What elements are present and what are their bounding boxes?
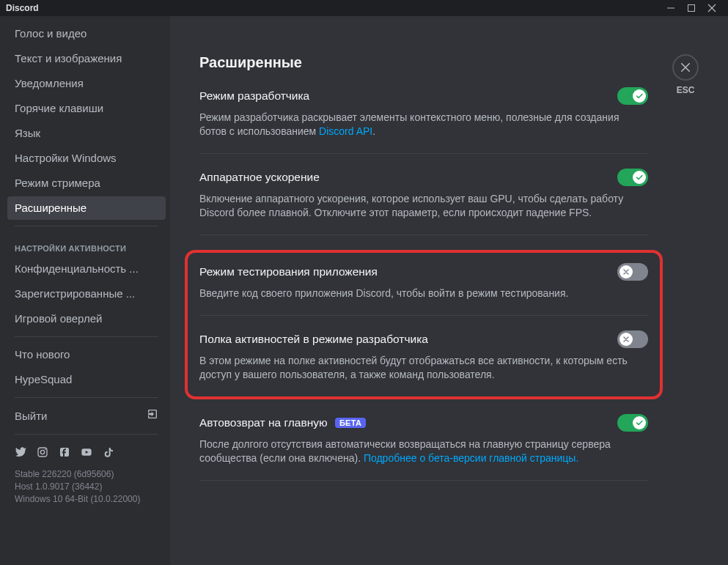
instagram-icon[interactable]: [37, 446, 48, 458]
sidebar-header-activity: НАСТРОЙКИ АКТИВНОСТИ: [7, 232, 166, 257]
svg-rect-0: [667, 8, 674, 9]
sidebar-item-voice-video[interactable]: Голос и видео: [7, 22, 166, 45]
sidebar-item-whats-new[interactable]: Что нового: [7, 343, 166, 366]
toggle-app-test-mode[interactable]: [617, 263, 648, 281]
sidebar-item-game-overlay[interactable]: Игровой оверлей: [7, 307, 166, 330]
toggle-auto-return-home[interactable]: [617, 414, 648, 432]
settings-main: ESC Расширенные Режим разработчика Режим…: [170, 16, 728, 565]
sidebar-item-windows-settings[interactable]: Настройки Windows: [7, 147, 166, 170]
sidebar-item-activity-privacy[interactable]: Конфиденциальность ...: [7, 257, 166, 281]
sidebar-item-registered-games[interactable]: Зарегистрированные ...: [7, 282, 166, 306]
setting-desc: После долгого отсутствия автоматически в…: [199, 437, 648, 465]
version-info: Stable 226220 (6d95606) Host 1.0.9017 (3…: [7, 464, 166, 510]
setting-title: Автовозврат на главную БЕТА: [199, 416, 366, 429]
sidebar-item-hypesquad[interactable]: HypeSquad: [7, 368, 166, 391]
sidebar-item-advanced[interactable]: Расширенные: [7, 196, 166, 220]
minimize-button[interactable]: [661, 0, 681, 16]
facebook-icon[interactable]: [59, 446, 70, 458]
setting-auto-return-home: Автовозврат на главную БЕТА После долгог…: [199, 414, 648, 481]
setting-title: Режим тестирования приложения: [199, 265, 378, 278]
discord-api-link[interactable]: Discord API: [319, 125, 372, 137]
setting-developer-mode: Режим разработчика Режим разработчика ра…: [199, 87, 648, 154]
setting-desc: В этом режиме на полке активностей будут…: [199, 354, 648, 382]
sidebar-item-language[interactable]: Язык: [7, 122, 166, 145]
setting-desc: Режим разработчика раскрывает элементы к…: [199, 111, 648, 139]
setting-hardware-accel: Аппаратное ускорение Включение аппаратно…: [199, 169, 648, 235]
setting-activity-shelf-dev: Полка активностей в режиме разработчика …: [199, 330, 648, 394]
setting-title: Аппаратное ускорение: [199, 171, 320, 184]
window-close-button[interactable]: [702, 0, 722, 16]
sidebar-separator: [15, 397, 158, 398]
twitter-icon[interactable]: [15, 446, 26, 458]
social-links: [7, 440, 166, 464]
setting-title: Режим разработчика: [199, 89, 309, 103]
tiktok-icon[interactable]: [103, 446, 114, 458]
youtube-icon[interactable]: [81, 446, 92, 458]
sidebar-item-keybinds[interactable]: Горячие клавиши: [7, 97, 166, 120]
setting-title: Полка активностей в режиме разработчика: [199, 333, 428, 346]
sidebar-separator: [15, 434, 158, 435]
sidebar-item-streamer-mode[interactable]: Режим стримера: [7, 171, 166, 195]
toggle-hardware-accel[interactable]: [617, 169, 648, 186]
svg-rect-1: [688, 5, 695, 12]
titlebar: Discord: [0, 0, 728, 16]
sidebar-separator: [15, 226, 158, 226]
close-settings-button[interactable]: [672, 54, 699, 81]
beta-badge: БЕТА: [335, 418, 366, 428]
setting-app-test-mode: Режим тестирования приложения Введите ко…: [199, 263, 648, 316]
toggle-activity-shelf-dev[interactable]: [617, 330, 648, 348]
esc-label: ESC: [677, 85, 695, 95]
sidebar-separator: [15, 336, 158, 337]
sidebar-item-text-images[interactable]: Текст и изображения: [7, 47, 166, 70]
highlighted-section: Режим тестирования приложения Введите ко…: [185, 250, 663, 399]
app-name: Discord: [6, 3, 39, 13]
page-title: Расширенные: [199, 54, 699, 71]
toggle-developer-mode[interactable]: [617, 87, 648, 105]
setting-desc: Включение аппаратного ускорения, которое…: [199, 192, 648, 220]
logout-icon: [147, 408, 158, 424]
setting-desc: Введите код своего приложения Discord, ч…: [199, 287, 648, 300]
settings-sidebar: Голос и видео Текст и изображения Уведом…: [0, 16, 170, 565]
svg-point-3: [40, 450, 44, 454]
home-beta-link[interactable]: Подробнее о бета-версии главной страницы…: [364, 452, 578, 464]
maximize-button[interactable]: [681, 0, 702, 16]
sidebar-item-logout[interactable]: Выйти: [7, 404, 166, 428]
svg-point-4: [45, 449, 46, 451]
sidebar-item-notifications[interactable]: Уведомления: [7, 72, 166, 95]
